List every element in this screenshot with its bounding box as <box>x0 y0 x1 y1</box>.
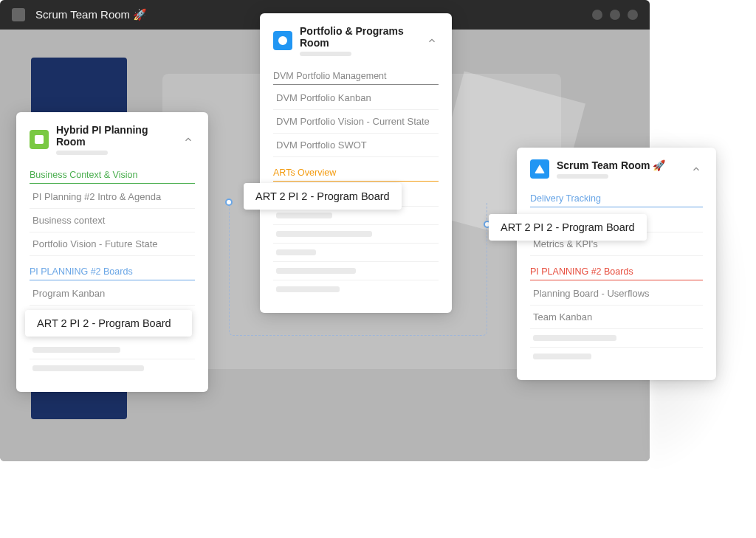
window-control-dot[interactable] <box>592 10 602 20</box>
list-item[interactable]: Team Kanban <box>530 306 703 329</box>
room-icon <box>273 31 292 50</box>
panel-scrum-team[interactable]: Scrum Team Room 🚀 Delivery Tracking Jira… <box>517 148 716 380</box>
list-item[interactable] <box>530 329 703 348</box>
section-label: DVM Portfolio Management <box>273 71 439 85</box>
list-item[interactable] <box>273 262 439 280</box>
list-item[interactable]: PI Planning #2 Intro & Agenda <box>30 185 195 209</box>
section-label: ARTs Overview <box>273 168 439 182</box>
panel-hybrid-pi-planning[interactable]: Hybrid PI Planning Room Business Context… <box>16 112 208 392</box>
item-label: ART 2 PI 2 - Program Board <box>255 190 390 202</box>
list-item[interactable]: DVM Portfolio Kanban <box>273 86 439 110</box>
list-item[interactable]: DVM Portfolio Vision - Current State <box>273 110 439 134</box>
list-item[interactable]: Program Kanban <box>30 282 195 306</box>
room-icon <box>530 159 549 179</box>
window-controls <box>592 10 638 20</box>
skeleton-bar <box>557 174 608 179</box>
panel-title: Hybrid PI Planning Room <box>56 124 174 148</box>
list-item[interactable] <box>30 341 195 359</box>
room-icon <box>30 130 49 149</box>
item-label: PI Planning #2 Intro & Agenda <box>32 191 161 202</box>
window-title: Scrum Team Room 🚀 <box>35 8 147 21</box>
list-item[interactable]: Business context <box>30 209 195 232</box>
item-label: ART 2 PI 2 - Program Board <box>37 317 171 329</box>
list-item-highlighted[interactable]: ART 2 PI 2 - Program Board <box>30 310 195 337</box>
highlighted-board-chip[interactable]: ART 2 PI 2 - Program Board <box>489 214 647 241</box>
app-icon <box>12 8 25 21</box>
list-item[interactable] <box>273 225 439 244</box>
list-item[interactable]: Portfolio Vision - Future State <box>30 232 195 256</box>
section-label: PI PLANNING #2 Boards <box>30 266 195 280</box>
window-control-dot[interactable] <box>628 10 638 20</box>
panel-portfolio-programs[interactable]: Portfolio & Programs Room DVM Portfolio … <box>260 13 452 313</box>
chevron-up-icon[interactable] <box>182 133 195 146</box>
highlighted-board-chip[interactable]: ART 2 PI 2 - Program Board <box>244 183 402 210</box>
panel-title: Scrum Team Room 🚀 <box>557 159 682 171</box>
skeleton-bar <box>300 52 351 56</box>
section-label: Business Context & Vision <box>30 170 195 184</box>
chevron-up-icon[interactable] <box>690 162 703 176</box>
list-item[interactable]: Planning Board - Userflows <box>530 282 703 306</box>
list-item[interactable]: DVM Portfolio SWOT <box>273 134 439 157</box>
item-label: Portfolio Vision - Future State <box>32 238 158 249</box>
list-item[interactable] <box>273 244 439 262</box>
highlighted-board-chip[interactable]: ART 2 PI 2 - Program Board <box>25 310 192 337</box>
list-item[interactable] <box>30 359 195 377</box>
item-label: Business context <box>32 215 105 226</box>
item-label: ART 2 PI 2 - Program Board <box>501 221 635 233</box>
item-label: DVM Portfolio Vision - Current State <box>276 116 430 127</box>
panel-title: Portfolio & Programs Room <box>300 25 418 49</box>
chevron-up-icon[interactable] <box>425 34 439 47</box>
item-label: Program Kanban <box>32 288 105 299</box>
item-label: Team Kanban <box>533 311 592 323</box>
item-label: DVM Portfolio SWOT <box>276 139 367 151</box>
list-item[interactable] <box>273 280 439 298</box>
connector-dot <box>225 199 233 206</box>
skeleton-bar <box>56 151 108 155</box>
list-item[interactable] <box>530 348 703 365</box>
section-label: PI PLANNING #2 Boards <box>530 266 703 280</box>
section-label: Delivery Tracking <box>530 193 703 207</box>
item-label: Planning Board - Userflows <box>533 288 650 299</box>
item-label: DVM Portfolio Kanban <box>276 92 371 103</box>
window-control-dot[interactable] <box>610 10 620 20</box>
